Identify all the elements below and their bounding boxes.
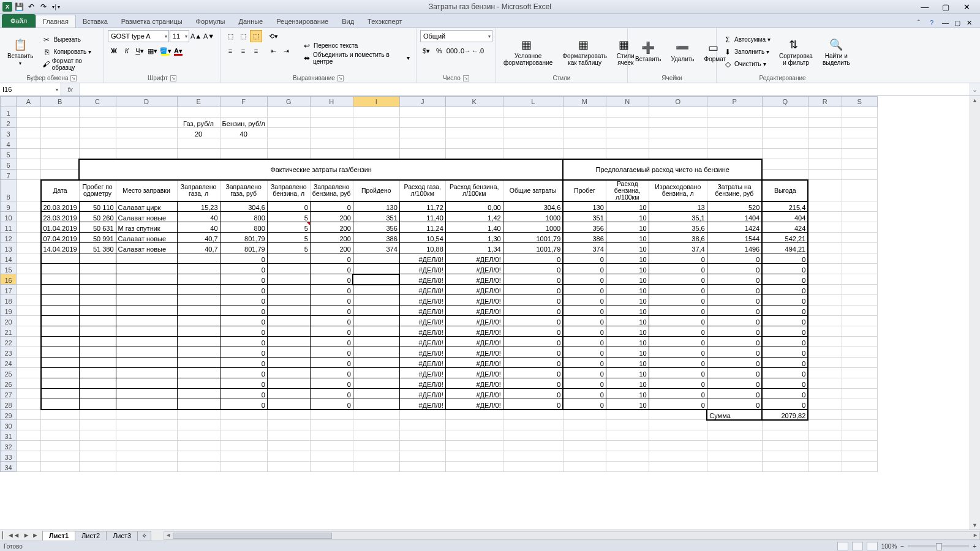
cell-I23[interactable] xyxy=(353,347,399,358)
cell-M34[interactable] xyxy=(563,462,606,472)
cell-K34[interactable] xyxy=(445,462,503,472)
cell-S5[interactable] xyxy=(842,149,877,159)
cell-B26[interactable] xyxy=(41,378,80,389)
cell-D20[interactable] xyxy=(116,316,177,326)
cell-A16[interactable] xyxy=(17,274,41,285)
cell-A20[interactable] xyxy=(17,316,41,326)
cell-J17[interactable]: #ДЕЛ/0! xyxy=(399,285,445,295)
cell-E26[interactable] xyxy=(177,378,220,389)
number-launcher[interactable]: ↘ xyxy=(463,75,469,81)
cell-K2[interactable] xyxy=(445,118,503,128)
cell-M22[interactable]: 0 xyxy=(563,337,606,347)
cell-O21[interactable]: 0 xyxy=(649,326,707,337)
cell-P20[interactable]: 0 xyxy=(707,316,762,326)
cell-M10[interactable]: 351 xyxy=(563,212,606,222)
cell-C17[interactable] xyxy=(79,285,116,295)
cell-Q27[interactable]: 0 xyxy=(762,389,808,399)
cell-I4[interactable] xyxy=(353,138,399,149)
cell-Q20[interactable]: 0 xyxy=(762,316,808,326)
cell-B18[interactable] xyxy=(41,295,80,305)
cell-F28[interactable]: 0 xyxy=(220,399,267,410)
row-header-31[interactable]: 31 xyxy=(1,430,17,441)
cell-O29[interactable] xyxy=(649,410,707,420)
cell-E34[interactable] xyxy=(177,462,220,472)
cell-R2[interactable] xyxy=(808,118,842,128)
cell-I33[interactable] xyxy=(353,451,399,462)
cell-J24[interactable]: #ДЕЛ/0! xyxy=(399,358,445,368)
cell-P2[interactable] xyxy=(707,118,762,128)
align-left-button[interactable]: ≡ xyxy=(224,45,236,57)
cell-P30[interactable] xyxy=(707,420,762,430)
cell-D33[interactable] xyxy=(116,451,177,462)
cell-P14[interactable]: 0 xyxy=(707,253,762,264)
cell-C32[interactable] xyxy=(79,441,116,451)
cell-I1[interactable] xyxy=(353,107,399,118)
cell-L32[interactable] xyxy=(503,441,563,451)
cell-M2[interactable] xyxy=(563,118,606,128)
cell-N16[interactable]: 10 xyxy=(606,274,649,285)
cell-K33[interactable] xyxy=(445,451,503,462)
cell-P26[interactable]: 0 xyxy=(707,378,762,389)
cell-Q4[interactable] xyxy=(762,138,808,149)
cell-I18[interactable] xyxy=(353,295,399,305)
cell-K25[interactable]: #ДЕЛ/0! xyxy=(445,368,503,378)
cell-J16[interactable]: #ДЕЛ/0! xyxy=(399,274,445,285)
cell-F19[interactable]: 0 xyxy=(220,305,267,316)
row-header-32[interactable]: 32 xyxy=(1,441,17,451)
cell-A3[interactable] xyxy=(17,128,41,138)
cell-K24[interactable]: #ДЕЛ/0! xyxy=(445,358,503,368)
cell-N22[interactable]: 10 xyxy=(606,337,649,347)
cell-O28[interactable]: 0 xyxy=(649,399,707,410)
cell-K9[interactable]: 0,00 xyxy=(445,201,503,212)
cell-A4[interactable] xyxy=(17,138,41,149)
cell-G24[interactable] xyxy=(267,358,310,368)
cell-C12[interactable]: 50 991 xyxy=(79,233,116,243)
cell-H15[interactable]: 0 xyxy=(310,264,353,274)
cell-R34[interactable] xyxy=(808,462,842,472)
new-sheet-button[interactable]: ✧ xyxy=(137,531,151,541)
cell-G34[interactable] xyxy=(267,462,310,472)
row-header-19[interactable]: 19 xyxy=(1,305,17,316)
zoom-in-button[interactable]: + xyxy=(973,543,976,550)
cell-O9[interactable]: 13 xyxy=(649,201,707,212)
cell-H24[interactable]: 0 xyxy=(310,358,353,368)
cell-D24[interactable] xyxy=(116,358,177,368)
cell-M29[interactable] xyxy=(563,410,606,420)
doc-minimize-button[interactable]: — xyxy=(942,19,951,28)
sort-filter-button[interactable]: ⇅Сортировка и фильтр xyxy=(775,30,816,73)
cell-P17[interactable]: 0 xyxy=(707,285,762,295)
cell-F14[interactable]: 0 xyxy=(220,253,267,264)
zoom-slider[interactable] xyxy=(908,545,969,547)
cell-N19[interactable]: 10 xyxy=(606,305,649,316)
cell-N4[interactable] xyxy=(606,138,649,149)
cell-P21[interactable]: 0 xyxy=(707,326,762,337)
cell-R9[interactable] xyxy=(808,201,842,212)
cell-Q12[interactable]: 542,21 xyxy=(762,233,808,243)
cell-E17[interactable] xyxy=(177,285,220,295)
cell-J21[interactable]: #ДЕЛ/0! xyxy=(399,326,445,337)
cell-G32[interactable] xyxy=(267,441,310,451)
cell-O17[interactable]: 0 xyxy=(649,285,707,295)
col-header-J[interactable]: J xyxy=(399,97,445,107)
cell-C22[interactable] xyxy=(79,337,116,347)
cell-B27[interactable] xyxy=(41,389,80,399)
cell-H17[interactable]: 0 xyxy=(310,285,353,295)
cell-G18[interactable] xyxy=(267,295,310,305)
cell-S1[interactable] xyxy=(842,107,877,118)
cell-H4[interactable] xyxy=(310,138,353,149)
cell-N26[interactable]: 10 xyxy=(606,378,649,389)
font-size-combo[interactable]: 11 xyxy=(170,30,189,42)
cell-Q18[interactable]: 0 xyxy=(762,295,808,305)
cell-O13[interactable]: 37,4 xyxy=(649,243,707,253)
cell-R27[interactable] xyxy=(808,389,842,399)
row-header-22[interactable]: 22 xyxy=(1,337,17,347)
qa-undo[interactable]: ↶ xyxy=(26,1,37,12)
cell-G3[interactable] xyxy=(267,128,310,138)
row-header-5[interactable]: 5 xyxy=(1,149,17,159)
cell-M18[interactable]: 0 xyxy=(563,295,606,305)
cell-R11[interactable] xyxy=(808,222,842,233)
cell-B25[interactable] xyxy=(41,368,80,378)
cell-D31[interactable] xyxy=(116,430,177,441)
cell-J9[interactable]: 11,72 xyxy=(399,201,445,212)
cell-N23[interactable]: 10 xyxy=(606,347,649,358)
